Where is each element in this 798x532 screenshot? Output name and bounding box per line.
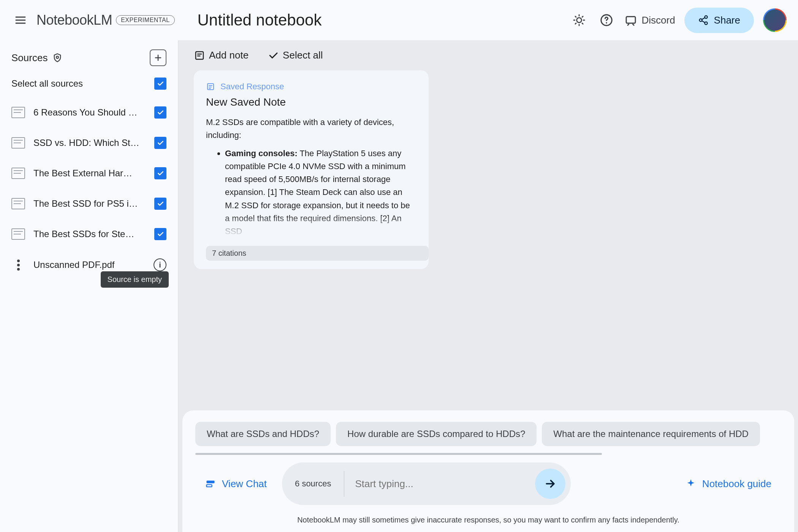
theme-toggle-button[interactable] bbox=[570, 11, 588, 29]
info-icon[interactable]: i bbox=[154, 258, 166, 271]
shield-icon bbox=[52, 52, 63, 63]
topbar: NotebookLM EXPERIMENTAL Untitled noteboo… bbox=[0, 0, 798, 40]
hamburger-menu-button[interactable] bbox=[11, 11, 30, 29]
svg-rect-3 bbox=[626, 17, 635, 23]
source-item[interactable]: The Best External Har… bbox=[0, 158, 178, 188]
document-icon bbox=[11, 168, 25, 179]
discord-icon bbox=[625, 14, 637, 26]
source-item-empty[interactable]: Unscanned PDF.pdf i Source is empty bbox=[0, 249, 178, 280]
experimental-badge: EXPERIMENTAL bbox=[116, 15, 174, 25]
source-checkbox[interactable] bbox=[154, 137, 166, 149]
discord-label: Discord bbox=[641, 14, 675, 26]
svg-point-6 bbox=[705, 22, 707, 25]
note-add-icon bbox=[194, 50, 205, 61]
document-icon bbox=[11, 107, 25, 118]
suggestion-chip[interactable]: What are the maintenance requirements of… bbox=[542, 422, 760, 446]
main-area: Add note Select all Saved Response New S… bbox=[179, 40, 798, 532]
help-button[interactable] bbox=[597, 11, 616, 29]
source-label: 6 Reasons You Should … bbox=[33, 107, 146, 118]
notebook-title[interactable]: Untitled notebook bbox=[198, 11, 322, 29]
source-checkbox[interactable] bbox=[154, 198, 166, 210]
source-checkbox[interactable] bbox=[154, 167, 166, 179]
card-title: New Saved Note bbox=[194, 96, 429, 116]
source-label: Unscanned PDF.pdf bbox=[33, 260, 145, 270]
source-checkbox[interactable] bbox=[154, 106, 166, 119]
citations-pill[interactable]: 7 citations bbox=[206, 246, 429, 261]
sidebar: Sources Select all sources 6 Reasons You… bbox=[0, 40, 179, 532]
source-item[interactable]: The Best SSD for PS5 i… bbox=[0, 188, 178, 219]
svg-point-4 bbox=[705, 16, 707, 18]
check-icon bbox=[268, 50, 279, 61]
document-icon bbox=[11, 228, 25, 240]
tooltip: Source is empty bbox=[101, 271, 169, 288]
avatar[interactable] bbox=[763, 8, 787, 32]
svg-rect-10 bbox=[207, 481, 215, 483]
add-note-button[interactable]: Add note bbox=[194, 49, 249, 61]
suggestion-chip[interactable]: How durable are SSDs compared to HDDs? bbox=[336, 422, 537, 446]
svg-point-2 bbox=[606, 22, 608, 24]
svg-point-5 bbox=[699, 19, 702, 22]
chat-input-container: 6 sources bbox=[282, 462, 571, 505]
svg-point-0 bbox=[577, 18, 582, 23]
source-item[interactable]: 6 Reasons You Should … bbox=[0, 97, 178, 128]
discord-link[interactable]: Discord bbox=[625, 14, 675, 26]
source-label: The Best SSD for PS5 i… bbox=[33, 198, 146, 209]
select-all-sources[interactable]: Select all sources bbox=[0, 73, 178, 97]
source-label: The Best SSDs for Ste… bbox=[33, 229, 146, 239]
source-label: The Best External Har… bbox=[33, 168, 146, 179]
disclaimer: NotebookLM may still sometimes give inac… bbox=[182, 509, 794, 524]
plus-icon bbox=[154, 53, 163, 62]
sun-icon bbox=[573, 14, 586, 27]
sparkle-icon bbox=[686, 478, 696, 489]
chat-input[interactable] bbox=[344, 478, 535, 490]
share-button[interactable]: Share bbox=[684, 8, 754, 33]
share-label: Share bbox=[714, 14, 740, 26]
source-item[interactable]: The Best SSDs for Ste… bbox=[0, 219, 178, 249]
bottom-panel: What are SSDs and HDDs? How durable are … bbox=[182, 410, 794, 532]
notebook-guide-button[interactable]: Notebook guide bbox=[686, 478, 771, 490]
add-source-button[interactable] bbox=[150, 49, 166, 66]
suggestion-chips: What are SSDs and HDDs? How durable are … bbox=[182, 422, 794, 453]
arrow-right-icon bbox=[544, 477, 557, 490]
saved-response-icon bbox=[206, 82, 215, 91]
svg-point-7 bbox=[56, 56, 59, 59]
sidebar-title: Sources bbox=[11, 52, 63, 64]
hamburger-icon bbox=[14, 14, 27, 26]
source-count[interactable]: 6 sources bbox=[282, 471, 344, 496]
source-label: SSD vs. HDD: Which St… bbox=[33, 138, 146, 148]
card-tag: Saved Response bbox=[194, 82, 429, 96]
select-all-notes-button[interactable]: Select all bbox=[268, 49, 323, 61]
view-chat-button[interactable]: View Chat bbox=[205, 478, 267, 490]
help-icon bbox=[600, 14, 613, 27]
app-logo[interactable]: NotebookLM bbox=[36, 12, 112, 28]
document-icon bbox=[11, 137, 25, 149]
svg-rect-11 bbox=[207, 484, 212, 487]
document-icon bbox=[11, 198, 25, 209]
more-vertical-icon[interactable] bbox=[11, 260, 25, 271]
share-icon bbox=[698, 15, 709, 25]
suggestion-chip[interactable]: What are SSDs and HDDs? bbox=[195, 422, 331, 446]
saved-note-card[interactable]: Saved Response New Saved Note M.2 SSDs a… bbox=[194, 70, 429, 269]
source-item[interactable]: SSD vs. HDD: Which St… bbox=[0, 128, 178, 158]
select-all-checkbox[interactable] bbox=[154, 78, 166, 90]
send-button[interactable] bbox=[535, 469, 565, 499]
card-body: M.2 SSDs are compatible with a variety o… bbox=[194, 116, 429, 238]
source-checkbox[interactable] bbox=[154, 228, 166, 240]
chat-icon bbox=[205, 478, 216, 489]
